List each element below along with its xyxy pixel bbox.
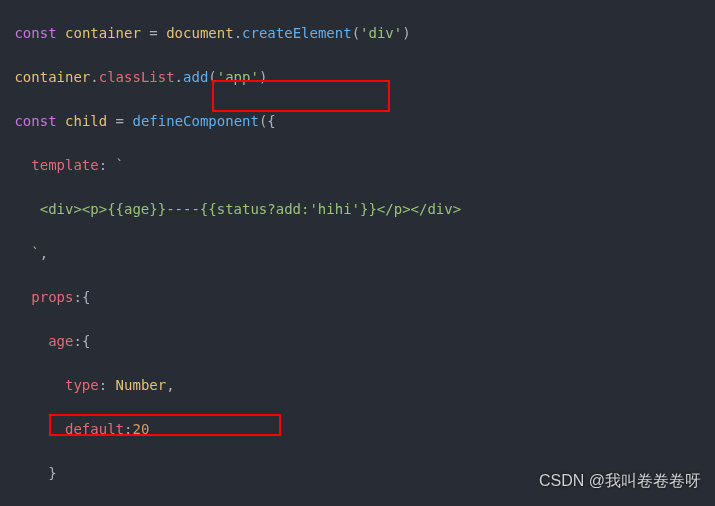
- code-line: const child = defineComponent({: [6, 110, 709, 132]
- code-line: type: Number,: [6, 374, 709, 396]
- code-line: const container = document.createElement…: [6, 22, 709, 44]
- code-line: template: `: [6, 154, 709, 176]
- code-editor[interactable]: const container = document.createElement…: [0, 0, 715, 506]
- code-line: props:{: [6, 286, 709, 308]
- code-line: <div><p>{{age}}----{{status?add:'hihi'}}…: [6, 198, 709, 220]
- code-line: container.classList.add('app'): [6, 66, 709, 88]
- code-line: age:{: [6, 330, 709, 352]
- code-line: default:20: [6, 418, 709, 440]
- code-line: `,: [6, 242, 709, 264]
- watermark: CSDN @我叫卷卷卷呀: [539, 470, 701, 492]
